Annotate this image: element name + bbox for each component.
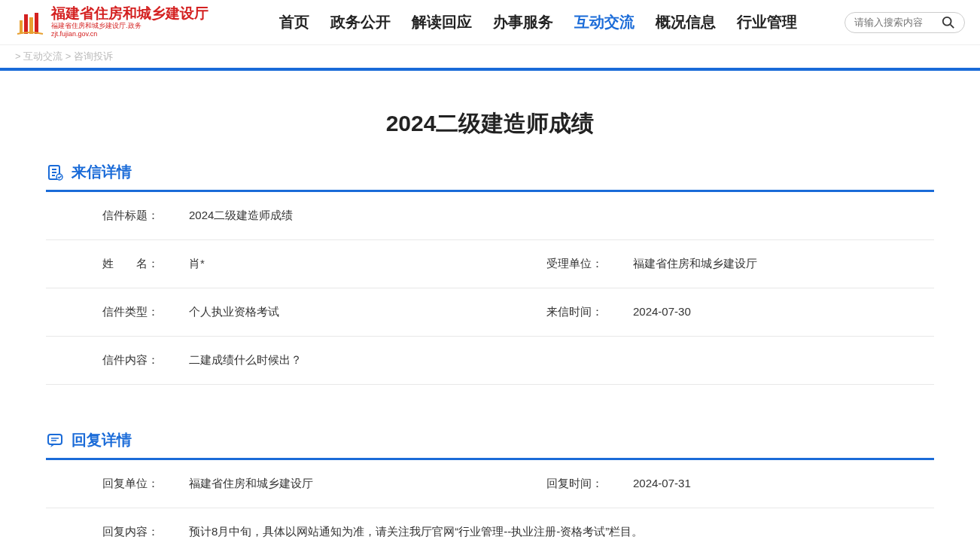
document-icon bbox=[46, 163, 64, 181]
letter-section-title: 来信详情 bbox=[72, 162, 132, 182]
nav-overview[interactable]: 概况信息 bbox=[645, 12, 726, 32]
svg-rect-11 bbox=[48, 435, 62, 444]
letter-time-label: 来信时间： bbox=[490, 288, 618, 336]
letter-content-label: 信件内容： bbox=[46, 337, 174, 384]
nav-home[interactable]: 首页 bbox=[269, 12, 320, 32]
svg-line-5 bbox=[951, 24, 954, 28]
svg-rect-3 bbox=[35, 13, 38, 34]
letter-time-value: 2024-07-30 bbox=[618, 288, 934, 336]
letter-dept-value: 福建省住房和城乡建设厅 bbox=[618, 240, 934, 288]
table-row: 回复单位： 福建省住房和城乡建设厅 回复时间： 2024-07-31 bbox=[46, 460, 934, 508]
letter-name-label: 姓 名： bbox=[46, 240, 174, 288]
breadcrumb-sep: > bbox=[65, 50, 72, 62]
table-row: 姓 名： 肖* 受理单位： 福建省住房和城乡建设厅 bbox=[46, 240, 934, 288]
letter-detail-table: 信件标题： 2024二级建造师成绩 姓 名： 肖* 受理单位： 福建省住房和城乡… bbox=[46, 190, 934, 385]
svg-rect-1 bbox=[24, 14, 28, 34]
reply-dept-value: 福建省住房和城乡建设厅 bbox=[174, 460, 490, 508]
page-title: 2024二级建造师成绩 bbox=[46, 108, 934, 139]
reply-dept-label: 回复单位： bbox=[46, 460, 174, 508]
breadcrumb-item2[interactable]: 咨询投诉 bbox=[74, 50, 113, 62]
nav-services[interactable]: 办事服务 bbox=[482, 12, 564, 32]
table-row: 回复内容： 预计8月中旬，具体以网站通知为准，请关注我厅官网“行业管理--执业注… bbox=[46, 508, 934, 555]
letter-dept-label: 受理单位： bbox=[490, 240, 618, 288]
breadcrumb-sep: > bbox=[15, 50, 21, 62]
breadcrumb-item1[interactable]: 互动交流 bbox=[23, 50, 62, 62]
header: 福建省住房和城乡建设厅 福建省住房和城乡建设厅.政务 zjt.fujian.go… bbox=[0, 0, 980, 45]
svg-rect-2 bbox=[29, 17, 33, 34]
nav-interaction[interactable]: 互动交流 bbox=[564, 12, 645, 32]
reply-icon bbox=[46, 431, 64, 450]
reply-content-label: 回复内容： bbox=[46, 508, 174, 555]
letter-title-label: 信件标题： bbox=[46, 192, 174, 239]
blue-bar bbox=[0, 68, 980, 71]
logo-sub-url: zjt.fujian.gov.cn bbox=[51, 30, 208, 38]
main-nav: 首页 政务公开 解读回应 办事服务 互动交流 概况信息 行业管理 bbox=[269, 12, 829, 32]
logo-sub-line1: 福建省住房和城乡建设厅.政务 bbox=[51, 22, 208, 30]
logo-area[interactable]: 福建省住房和城乡建设厅 福建省住房和城乡建设厅.政务 zjt.fujian.go… bbox=[15, 6, 208, 38]
search-icon[interactable] bbox=[942, 16, 955, 29]
nav-government[interactable]: 政务公开 bbox=[320, 12, 401, 32]
logo-title: 福建省住房和城乡建设厅 bbox=[51, 6, 208, 22]
search-box bbox=[845, 12, 965, 33]
letter-content-value: 二建成绩什么时候出？ bbox=[174, 337, 934, 384]
reply-time-value: 2024-07-31 bbox=[618, 460, 934, 508]
letter-title-value: 2024二级建造师成绩 bbox=[174, 192, 934, 239]
letter-section-header: 来信详情 bbox=[46, 162, 934, 182]
main-container: 2024二级建造师成绩 来信详情 信件标题： 2024二级建造师成绩 姓 名： … bbox=[31, 108, 949, 555]
nav-interpretation[interactable]: 解读回应 bbox=[401, 12, 482, 32]
reply-time-label: 回复时间： bbox=[490, 460, 618, 508]
letter-name-value: 肖* bbox=[174, 240, 490, 288]
logo-text: 福建省住房和城乡建设厅 福建省住房和城乡建设厅.政务 zjt.fujian.go… bbox=[51, 6, 208, 38]
reply-detail-table: 回复单位： 福建省住房和城乡建设厅 回复时间： 2024-07-31 回复内容：… bbox=[46, 458, 934, 555]
letter-type-value: 个人执业资格考试 bbox=[174, 288, 490, 336]
reply-section-header: 回复详情 bbox=[46, 430, 934, 450]
table-row: 信件标题： 2024二级建造师成绩 bbox=[46, 192, 934, 240]
svg-point-4 bbox=[943, 17, 951, 25]
reply-content-value: 预计8月中旬，具体以网站通知为准，请关注我厅官网“行业管理--执业注册-资格考试… bbox=[174, 508, 934, 555]
logo-sub: 福建省住房和城乡建设厅.政务 zjt.fujian.gov.cn bbox=[51, 22, 208, 38]
breadcrumb: > 互动交流 > 咨询投诉 bbox=[0, 45, 980, 68]
nav-industry[interactable]: 行业管理 bbox=[726, 12, 808, 32]
table-row: 信件内容： 二建成绩什么时候出？ bbox=[46, 337, 934, 385]
logo-icon bbox=[15, 7, 45, 37]
svg-rect-0 bbox=[20, 20, 23, 34]
search-input[interactable] bbox=[854, 17, 942, 28]
letter-type-label: 信件类型： bbox=[46, 288, 174, 336]
reply-section-title: 回复详情 bbox=[72, 430, 132, 450]
table-row: 信件类型： 个人执业资格考试 来信时间： 2024-07-30 bbox=[46, 288, 934, 337]
